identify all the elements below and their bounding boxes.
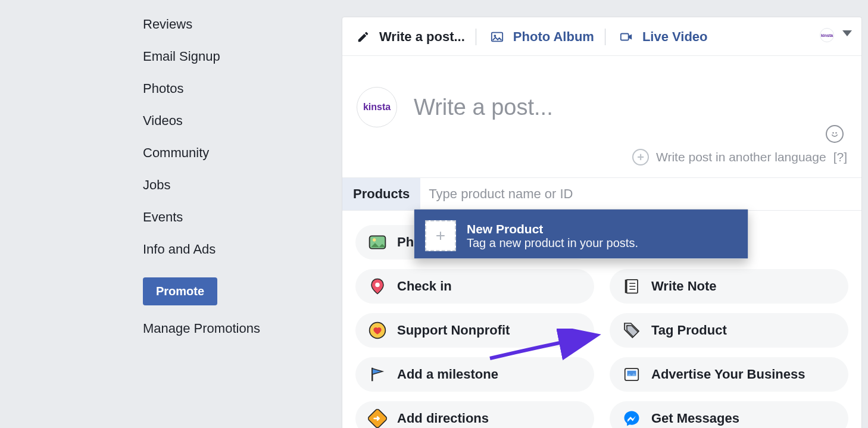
tab-separator xyxy=(476,29,476,45)
action-add-milestone[interactable]: Add a milestone xyxy=(355,357,594,392)
action-check-in[interactable]: Check in xyxy=(355,269,594,304)
multilang-row: + Write post in another language [?] xyxy=(342,149,861,177)
emoji-button[interactable] xyxy=(826,125,844,143)
svg-rect-10 xyxy=(625,280,627,293)
svg-point-4 xyxy=(832,132,834,134)
action-label: Check in xyxy=(397,279,452,294)
advertise-icon xyxy=(622,364,642,385)
action-write-note[interactable]: Write Note xyxy=(610,269,848,304)
sidebar-item-email-signup[interactable]: Email Signup xyxy=(143,40,321,73)
svg-point-7 xyxy=(373,238,376,241)
directions-icon xyxy=(367,408,388,428)
pencil-icon xyxy=(353,27,373,47)
action-get-messages[interactable]: Get Messages xyxy=(610,401,848,428)
flag-icon xyxy=(367,364,388,385)
page-sidebar: Reviews Email Signup Photos Videos Commu… xyxy=(143,8,321,336)
photo-album-icon xyxy=(487,27,507,47)
tag-icon xyxy=(622,320,642,340)
photo-icon xyxy=(367,232,388,252)
add-language-icon[interactable]: + xyxy=(632,149,649,165)
action-tag-product[interactable]: Tag Product xyxy=(610,313,848,348)
new-product-thumb-icon: + xyxy=(425,220,456,251)
page-avatar: kinsta xyxy=(357,87,397,127)
action-support-nonprofit[interactable]: Support Nonprofit xyxy=(355,313,594,348)
dropdown-text: New Product Tag a new product in your po… xyxy=(467,221,638,250)
dropdown-subtitle: Tag a new product in your posts. xyxy=(467,236,638,250)
product-dropdown: + New Product Tag a new product in your … xyxy=(414,209,748,259)
action-label: Tag Product xyxy=(651,323,727,338)
dropdown-title: New Product xyxy=(467,221,638,236)
products-label: Products xyxy=(342,178,420,210)
sidebar-item-photos[interactable]: Photos xyxy=(143,73,321,105)
promote-button[interactable]: Promote xyxy=(143,277,217,305)
svg-point-8 xyxy=(375,283,380,288)
tab-write-post[interactable]: Write a post... xyxy=(353,27,465,47)
action-label: Advertise Your Business xyxy=(651,367,805,382)
audience-dropdown-caret[interactable] xyxy=(842,30,852,36)
coin-heart-icon xyxy=(367,320,388,340)
sidebar-item-info-ads[interactable]: Info and Ads xyxy=(143,233,321,265)
messenger-icon xyxy=(622,408,642,428)
tab-photo-album[interactable]: Photo Album xyxy=(487,27,594,47)
page-avatar-small[interactable]: kinsta xyxy=(820,28,834,42)
action-add-directions[interactable]: Add directions xyxy=(355,401,594,428)
dropdown-new-product[interactable]: + New Product Tag a new product in your … xyxy=(414,213,748,258)
sidebar-item-community[interactable]: Community xyxy=(143,137,321,169)
sidebar-item-videos[interactable]: Videos xyxy=(143,105,321,137)
tab-live-video[interactable]: Live Video xyxy=(616,27,708,47)
tab-write-label: Write a post... xyxy=(379,29,465,45)
note-icon xyxy=(622,276,642,296)
action-advertise[interactable]: Advertise Your Business xyxy=(610,357,848,392)
help-icon[interactable]: [?] xyxy=(833,150,847,164)
composer-tab-row: Write a post... Photo Album Live Video k… xyxy=(342,17,861,56)
compose-placeholder[interactable]: Write a post... xyxy=(414,95,553,120)
product-search-input[interactable] xyxy=(420,178,861,210)
multilang-label[interactable]: Write post in another language xyxy=(656,150,826,164)
action-label: Write Note xyxy=(651,279,717,294)
tab-album-label: Photo Album xyxy=(513,29,594,45)
sidebar-item-jobs[interactable]: Jobs xyxy=(143,169,321,201)
post-composer-card: Write a post... Photo Album Live Video k… xyxy=(342,17,862,428)
sidebar-item-events[interactable]: Events xyxy=(143,201,321,233)
tag-products-bar: Products + New Product Tag a new product… xyxy=(342,177,861,211)
compose-row: kinsta Write a post... xyxy=(342,56,861,149)
location-pin-icon xyxy=(367,276,388,296)
tab-separator-2 xyxy=(605,29,605,45)
manage-promotions-link[interactable]: Manage Promotions xyxy=(143,305,321,336)
sidebar-item-reviews[interactable]: Reviews xyxy=(143,8,321,40)
tab-live-label: Live Video xyxy=(642,29,708,45)
svg-point-3 xyxy=(830,129,840,139)
svg-rect-2 xyxy=(621,34,629,40)
action-label: Add directions xyxy=(397,411,489,426)
action-label: Add a milestone xyxy=(397,367,498,382)
action-label: Support Nonprofit xyxy=(397,323,510,338)
live-video-icon xyxy=(616,27,636,47)
svg-point-1 xyxy=(494,35,496,37)
svg-point-5 xyxy=(835,132,837,134)
action-label: Get Messages xyxy=(651,411,739,426)
